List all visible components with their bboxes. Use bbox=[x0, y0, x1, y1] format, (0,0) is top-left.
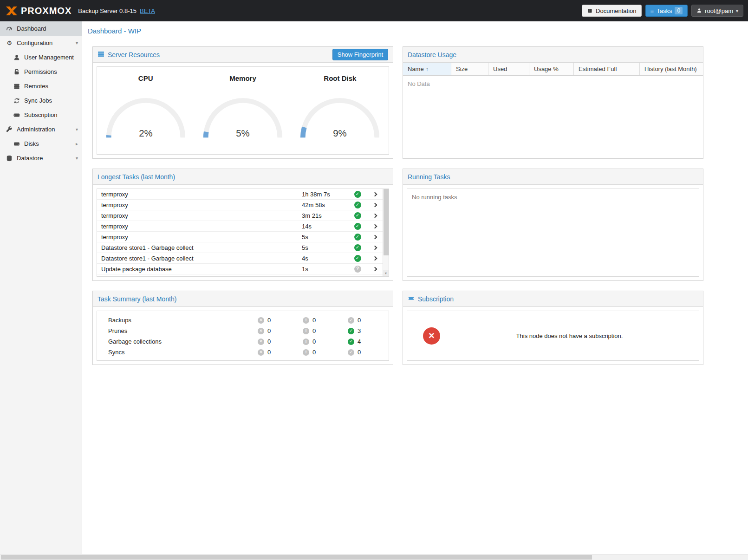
sync-icon bbox=[13, 98, 20, 104]
sidebar-item-configuration[interactable]: ⚙ Configuration ▾ bbox=[0, 36, 82, 50]
error-count-icon: × bbox=[258, 349, 264, 356]
sidebar-item-subscription[interactable]: Subscription bbox=[0, 108, 82, 122]
longest-tasks-header: Longest Tasks (last Month) bbox=[93, 169, 393, 185]
warning-count-icon: ! bbox=[303, 328, 309, 334]
task-row[interactable]: Update package database 1s ? bbox=[97, 264, 383, 274]
chevron-right-icon bbox=[372, 234, 377, 239]
sidebar-item-administration[interactable]: Administration ▾ bbox=[0, 122, 82, 137]
task-name: termproxy bbox=[97, 234, 302, 241]
warning-count: 0 bbox=[312, 327, 316, 334]
content-header: Dashboard - WIP bbox=[82, 21, 748, 39]
scrollbar-thumb[interactable] bbox=[384, 189, 389, 255]
task-open-button[interactable] bbox=[367, 203, 383, 207]
task-status: ✓ bbox=[348, 255, 367, 262]
disk-icon bbox=[13, 141, 20, 147]
page-title: Dashboard - WIP bbox=[88, 27, 141, 35]
task-open-button[interactable] bbox=[367, 267, 383, 271]
chevron-right-icon bbox=[372, 213, 377, 218]
panel-title: Server Resources bbox=[108, 51, 160, 59]
scrollbar-down-arrow[interactable]: ▼ bbox=[383, 270, 389, 276]
column-header-size[interactable]: Size bbox=[451, 63, 488, 75]
task-open-button[interactable] bbox=[367, 225, 383, 228]
column-header-estimated-full[interactable]: Estimated Full bbox=[574, 63, 640, 75]
sidebar-item-dashboard[interactable]: Dashboard bbox=[0, 21, 82, 36]
documentation-button[interactable]: Documentation bbox=[582, 5, 641, 17]
task-duration: 5s bbox=[302, 244, 348, 251]
vertical-scrollbar[interactable]: ▼ bbox=[383, 189, 389, 276]
task-row[interactable]: Datastore store1 - Garbage collect 5s ✓ bbox=[97, 242, 383, 253]
memory-gauge: Memory 5% bbox=[194, 67, 291, 154]
task-open-button[interactable] bbox=[367, 193, 383, 196]
ok-status-icon: ✓ bbox=[354, 244, 361, 251]
panel-title: Longest Tasks (last Month) bbox=[98, 173, 175, 181]
error-count: 0 bbox=[267, 327, 271, 334]
sidebar-item-label: Subscription bbox=[24, 111, 58, 118]
datastore-table-header: Name ↑ Size Used Usage % Estimated Full … bbox=[403, 63, 703, 76]
ok-count-icon: ✓ bbox=[348, 328, 354, 334]
ok-count: 0 bbox=[358, 317, 361, 324]
column-header-history[interactable]: History (last Month) bbox=[640, 63, 703, 75]
sidebar-item-datastore[interactable]: Datastore ▾ bbox=[0, 151, 82, 165]
sidebar-item-sync-jobs[interactable]: Sync Jobs bbox=[0, 93, 82, 108]
task-row[interactable]: termproxy 14s ✓ bbox=[97, 221, 383, 232]
error-count-icon: × bbox=[258, 328, 264, 334]
sidebar-item-permissions[interactable]: Permissions bbox=[0, 65, 82, 79]
documentation-label: Documentation bbox=[596, 7, 636, 14]
no-subscription-icon: × bbox=[423, 327, 440, 345]
task-open-button[interactable] bbox=[367, 246, 383, 249]
task-row[interactable]: Datastore store1 - Garbage collect 4s ✓ bbox=[97, 253, 383, 264]
task-open-button[interactable] bbox=[367, 214, 383, 217]
summary-label: Syncs bbox=[108, 349, 258, 356]
task-row[interactable]: Datastore store1 - Garbage collect 1s ✓ bbox=[97, 274, 383, 277]
no-running-tasks-text: No running tasks bbox=[407, 189, 699, 205]
beta-link[interactable]: BETA bbox=[140, 7, 155, 14]
chevron-down-icon: ▾ bbox=[76, 40, 78, 46]
book-icon bbox=[587, 8, 593, 14]
task-row[interactable]: termproxy 42m 58s ✓ bbox=[97, 200, 383, 210]
tasks-count-badge: 0 bbox=[675, 7, 683, 14]
warning-count-icon: ! bbox=[303, 349, 309, 356]
sidebar-item-remotes[interactable]: Remotes bbox=[0, 79, 82, 93]
topbar-actions: Documentation ≡ Tasks 0 root@pam ▾ bbox=[582, 5, 743, 17]
scrollbar-thumb[interactable] bbox=[1, 555, 592, 560]
running-tasks-panel: Running Tasks No running tasks bbox=[403, 169, 703, 281]
task-summary-panel: Task Summary (last Month) Backups ×0 !0 … bbox=[92, 291, 393, 365]
warning-count-icon: ! bbox=[303, 339, 309, 345]
warning-count-icon: ! bbox=[303, 317, 309, 324]
horizontal-scrollbar[interactable] bbox=[0, 554, 748, 560]
column-header-name[interactable]: Name ↑ bbox=[403, 63, 451, 75]
sidebar: Dashboard ⚙ Configuration ▾ User Managem… bbox=[0, 21, 82, 554]
task-row[interactable]: termproxy 5s ✓ bbox=[97, 232, 383, 242]
datastore-usage-header: Datastore Usage bbox=[403, 47, 703, 63]
task-duration: 1h 38m 7s bbox=[302, 191, 348, 198]
summary-label: Garbage collections bbox=[108, 338, 258, 345]
longest-tasks-panel: Longest Tasks (last Month) termproxy 1h … bbox=[92, 169, 393, 281]
task-row[interactable]: termproxy 1h 38m 7s ✓ bbox=[97, 189, 383, 200]
ok-count: 4 bbox=[358, 338, 361, 345]
user-icon bbox=[13, 54, 20, 61]
sidebar-item-user-management[interactable]: User Management bbox=[0, 50, 82, 65]
root-disk-gauge: Root Disk 9% bbox=[292, 67, 389, 154]
column-header-used[interactable]: Used bbox=[488, 63, 529, 75]
error-count: 0 bbox=[267, 317, 271, 324]
sidebar-item-disks[interactable]: Disks ▸ bbox=[0, 137, 82, 151]
user-menu-button[interactable]: root@pam ▾ bbox=[691, 5, 743, 17]
gauges-container: CPU 2% Memory bbox=[97, 66, 389, 155]
task-open-button[interactable] bbox=[367, 257, 383, 260]
gauge-value: 2% bbox=[139, 128, 153, 138]
server-resources-icon bbox=[98, 51, 104, 59]
sidebar-item-label: Remotes bbox=[24, 83, 48, 90]
tasks-button[interactable]: ≡ Tasks 0 bbox=[645, 5, 688, 17]
chevron-right-icon bbox=[372, 224, 377, 228]
server-resources-panel: Server Resources Show Fingerprint CPU 2% bbox=[92, 46, 393, 159]
task-row[interactable]: termproxy 3m 21s ✓ bbox=[97, 210, 383, 221]
task-open-button[interactable] bbox=[367, 235, 383, 239]
panel-title: Task Summary (last Month) bbox=[98, 295, 176, 303]
task-status: ✓ bbox=[348, 191, 367, 198]
sidebar-item-label: Permissions bbox=[24, 68, 57, 75]
running-tasks-header: Running Tasks bbox=[403, 169, 703, 185]
column-header-usage-pct[interactable]: Usage % bbox=[529, 63, 574, 75]
cpu-gauge: CPU 2% bbox=[97, 67, 194, 154]
show-fingerprint-button[interactable]: Show Fingerprint bbox=[332, 49, 388, 60]
task-summary-row: Backups ×0 !0 ✓0 bbox=[97, 315, 389, 326]
